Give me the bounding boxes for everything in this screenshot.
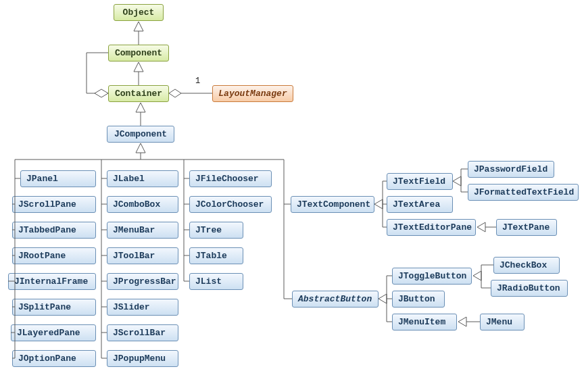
svg-marker-3: [95, 89, 108, 97]
class-jprogressbar: JProgressBar: [107, 273, 178, 290]
class-jformattedtextfield: JFormattedTextField: [468, 184, 579, 201]
svg-marker-7: [453, 176, 461, 186]
svg-marker-6: [374, 199, 383, 209]
class-joptionpane: JOptionPane: [12, 350, 96, 367]
class-jlayeredpane: JLayeredPane: [11, 324, 96, 341]
class-jbutton: JButton: [392, 291, 445, 308]
class-jtextcomponent: JTextComponent: [291, 196, 374, 213]
svg-marker-8: [477, 222, 485, 232]
class-jtree: JTree: [189, 222, 243, 239]
class-jpopupmenu: JPopupMenu: [107, 350, 178, 367]
class-jtextpane: JTextPane: [496, 219, 557, 236]
class-jfilechooser: JFileChooser: [189, 170, 272, 187]
class-jtoolbar: JToolBar: [107, 247, 178, 264]
class-jtabbedpane: JTabbedPane: [12, 222, 96, 239]
class-jmenu: JMenu: [480, 314, 525, 330]
class-jtable: JTable: [189, 247, 243, 264]
class-container: Container: [108, 85, 169, 102]
class-jtexteditorpane: JTextEditorPane: [387, 219, 476, 236]
class-jtextfield: JTextField: [387, 173, 453, 190]
class-jmenuitem: JMenuItem: [392, 314, 457, 330]
svg-marker-0: [134, 22, 143, 31]
class-jcheckbox: JCheckBox: [493, 257, 560, 274]
class-object: Object: [114, 4, 164, 21]
class-jmenubar: JMenuBar: [107, 222, 178, 239]
class-jtogglebutton: JToggleButton: [392, 268, 472, 285]
svg-marker-9: [379, 294, 387, 303]
interface-layoutmanager: LayoutManager: [212, 85, 293, 102]
svg-marker-10: [473, 271, 481, 280]
class-jpasswordfield: JPasswordField: [468, 161, 554, 178]
class-jcomponent: JComponent: [107, 126, 174, 143]
class-jinternalframe: JInternalFrame: [8, 273, 96, 290]
class-component: Component: [108, 45, 169, 62]
class-abstractbutton: AbstractButton: [292, 291, 379, 308]
class-jslider: JSlider: [107, 299, 178, 316]
class-jrootpane: JRootPane: [12, 247, 96, 264]
class-jlist: JList: [189, 273, 243, 290]
class-jcolorchooser: JColorChooser: [189, 196, 272, 213]
class-jsplitpane: JSplitPane: [12, 299, 96, 316]
class-jlabel: JLabel: [107, 170, 178, 187]
class-jcombobox: JComboBox: [107, 196, 178, 213]
multiplicity-container-layout: 1: [195, 76, 200, 86]
svg-marker-4: [169, 89, 181, 97]
svg-marker-5: [136, 143, 145, 153]
class-jpanel: JPanel: [20, 170, 96, 187]
class-jscrollbar: JScrollBar: [107, 324, 178, 341]
class-jradiobutton: JRadioButton: [491, 280, 568, 297]
svg-marker-2: [136, 103, 145, 112]
svg-marker-1: [134, 62, 143, 72]
svg-marker-11: [458, 317, 466, 326]
class-jtextarea: JTextArea: [387, 196, 453, 213]
class-jscrollpane: JScrollPane: [12, 196, 96, 213]
